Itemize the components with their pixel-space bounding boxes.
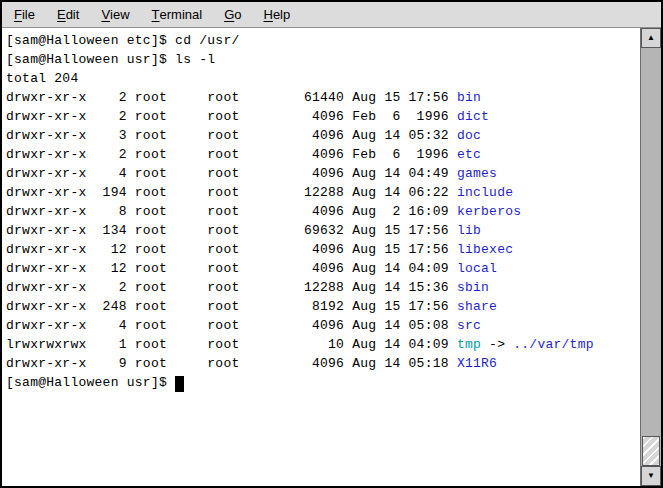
terminal-line: drwxr-xr-x 2 root root 61440 Aug 15 17:5… [6, 88, 640, 107]
terminal-line: drwxr-xr-x 4 root root 4096 Aug 14 04:49… [6, 164, 640, 183]
terminal-line: drwxr-xr-x 3 root root 4096 Aug 14 05:32… [6, 126, 640, 145]
directory-name: include [457, 185, 513, 200]
scroll-down-icon: ▼ [647, 472, 655, 480]
directory-name: etc [457, 147, 481, 162]
terminal-text: -> [481, 337, 513, 352]
terminal-line: drwxr-xr-x 194 root root 12288 Aug 14 06… [6, 183, 640, 202]
window-content: [sam@Halloween etc]$ cd /usr/[sam@Hallow… [2, 28, 661, 486]
directory-name: share [457, 299, 497, 314]
directory-name: lib [457, 223, 481, 238]
menu-item-file[interactable]: File [3, 2, 46, 27]
terminal-line: drwxr-xr-x 12 root root 4096 Aug 14 04:0… [6, 259, 640, 278]
directory-name: bin [457, 90, 481, 105]
terminal-text: drwxr-xr-x 2 root root 4096 Feb 6 1996 [6, 147, 457, 162]
terminal-text: drwxr-xr-x 4 root root 4096 Aug 14 05:08 [6, 318, 457, 333]
terminal-line: [sam@Halloween etc]$ cd /usr/ [6, 31, 640, 50]
terminal-text: drwxr-xr-x 8 root root 4096 Aug 2 16:09 [6, 204, 457, 219]
terminal-line: lrwxrwxrwx 1 root root 10 Aug 14 04:09 t… [6, 335, 640, 354]
terminal-text: total 204 [6, 71, 78, 86]
terminal-text: [sam@Halloween etc]$ cd /usr/ [6, 33, 240, 48]
symlink-name: tmp [457, 337, 481, 352]
terminal-text: [sam@Halloween usr]$ [6, 375, 175, 390]
directory-name: kerberos [457, 204, 521, 219]
directory-name: src [457, 318, 481, 333]
directory-name: ../var/tmp [513, 337, 594, 352]
terminal-line: drwxr-xr-x 12 root root 4096 Aug 15 17:5… [6, 240, 640, 259]
terminal-text: lrwxrwxrwx 1 root root 10 Aug 14 04:09 [6, 337, 457, 352]
terminal-text: drwxr-xr-x 12 root root 4096 Aug 14 04:0… [6, 261, 457, 276]
terminal-line: drwxr-xr-x 2 root root 12288 Aug 14 15:3… [6, 278, 640, 297]
menubar: FileEditViewTerminalGoHelp [2, 2, 661, 28]
menu-item-edit[interactable]: Edit [46, 2, 90, 27]
terminal-line: drwxr-xr-x 2 root root 4096 Feb 6 1996 e… [6, 145, 640, 164]
terminal-line: [sam@Halloween usr]$ ls -l [6, 50, 640, 69]
terminal-text: drwxr-xr-x 194 root root 12288 Aug 14 06… [6, 185, 457, 200]
terminal-text: drwxr-xr-x 9 root root 4096 Aug 14 05:18 [6, 356, 457, 371]
terminal-line: drwxr-xr-x 248 root root 8192 Aug 15 17:… [6, 297, 640, 316]
terminal-line: drwxr-xr-x 134 root root 69632 Aug 15 17… [6, 221, 640, 240]
directory-name: doc [457, 128, 481, 143]
scrollbar: ▲ ▼ [640, 28, 661, 486]
terminal-text: drwxr-xr-x 134 root root 69632 Aug 15 17… [6, 223, 457, 238]
directory-name: X11R6 [457, 356, 497, 371]
terminal-text: drwxr-xr-x 2 root root 4096 Feb 6 1996 [6, 109, 457, 124]
terminal-text: drwxr-xr-x 2 root root 61440 Aug 15 17:5… [6, 90, 457, 105]
terminal-line: drwxr-xr-x 4 root root 4096 Aug 14 05:08… [6, 316, 640, 335]
directory-name: libexec [457, 242, 513, 257]
directory-name: games [457, 166, 497, 181]
scrollbar-thumb[interactable] [642, 436, 660, 466]
terminal-text: drwxr-xr-x 4 root root 4096 Aug 14 04:49 [6, 166, 457, 181]
scroll-up-icon: ▲ [647, 34, 655, 42]
terminal-window: FileEditViewTerminalGoHelp [sam@Hallowee… [0, 0, 663, 488]
terminal-text: drwxr-xr-x 12 root root 4096 Aug 15 17:5… [6, 242, 457, 257]
scrollbar-track[interactable] [641, 48, 661, 466]
terminal-screen[interactable]: [sam@Halloween etc]$ cd /usr/[sam@Hallow… [2, 28, 640, 486]
terminal-line: drwxr-xr-x 8 root root 4096 Aug 2 16:09 … [6, 202, 640, 221]
terminal-line: drwxr-xr-x 9 root root 4096 Aug 14 05:18… [6, 354, 640, 373]
text-cursor [175, 376, 184, 392]
terminal-text: drwxr-xr-x 248 root root 8192 Aug 15 17:… [6, 299, 457, 314]
terminal-text: [sam@Halloween usr]$ ls -l [6, 52, 215, 67]
terminal-line: [sam@Halloween usr]$ [6, 373, 640, 392]
menu-item-go[interactable]: Go [213, 2, 252, 27]
directory-name: sbin [457, 280, 489, 295]
terminal-line: total 204 [6, 69, 640, 88]
directory-name: local [457, 261, 497, 276]
terminal-text: drwxr-xr-x 3 root root 4096 Aug 14 05:32 [6, 128, 457, 143]
scroll-down-button[interactable]: ▼ [641, 466, 661, 486]
scroll-up-button[interactable]: ▲ [641, 28, 661, 48]
directory-name: dict [457, 109, 489, 124]
terminal-line: drwxr-xr-x 2 root root 4096 Feb 6 1996 d… [6, 107, 640, 126]
menu-item-help[interactable]: Help [253, 2, 302, 27]
menu-item-view[interactable]: View [90, 2, 140, 27]
terminal-text: drwxr-xr-x 2 root root 12288 Aug 14 15:3… [6, 280, 457, 295]
menu-item-terminal[interactable]: Terminal [141, 2, 214, 27]
